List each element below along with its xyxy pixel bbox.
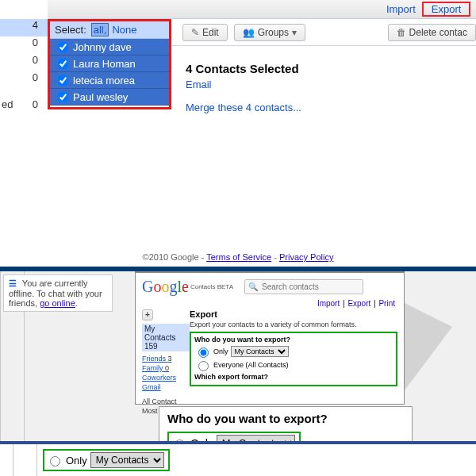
select-all-link[interactable]: all, (91, 23, 109, 36)
search-input[interactable] (260, 282, 359, 292)
select-none-link[interactable]: None (112, 24, 136, 36)
contact-name: Paul wesley (73, 91, 128, 103)
gc-import-link[interactable]: Import (317, 299, 340, 308)
contact-name: Johnny dave (73, 41, 132, 53)
only-select[interactable]: My Contacts (231, 346, 289, 357)
footer: ©2010 Google - Terms of Service - Privac… (0, 252, 476, 267)
left-counts: 4 0 0 0 ed 0 (0, 19, 48, 116)
left-label: ed (2, 98, 13, 116)
footer-sep: - (274, 252, 279, 262)
count-row: 4 (0, 19, 48, 36)
contact-checkbox[interactable] (58, 42, 68, 52)
bottom-only-radio[interactable] (50, 456, 60, 466)
contact-list: Johnny dave Laura Homan letecia morea Pa… (50, 39, 169, 106)
edit-label: Edit (202, 27, 219, 38)
export-link-highlight: Export (422, 2, 471, 17)
contact-row[interactable]: letecia morea (50, 72, 169, 89)
bottom-strip: Only My Contacts (0, 441, 476, 476)
privacy-link[interactable]: Privacy Policy (279, 252, 333, 262)
contact-name: letecia morea (73, 75, 135, 86)
gc-export-link[interactable]: Export (347, 299, 370, 308)
export-question: Who do you want to export? (194, 336, 393, 344)
new-contact-button[interactable]: + (142, 309, 153, 321)
format-question: Which export format? (194, 373, 393, 381)
export-desc: Export your contacts to a variety of com… (190, 321, 397, 328)
search-icon: 🔍 (248, 282, 258, 291)
sidebar-item[interactable]: All Contact (142, 397, 190, 405)
email-link[interactable]: Email (186, 79, 473, 90)
import-link[interactable]: Import (386, 3, 416, 15)
select-label: Select: (55, 24, 86, 36)
export-options-highlight: Who do you want to export? Only My Conta… (190, 332, 397, 386)
people-icon: 👥 (243, 27, 255, 38)
gc-print-link[interactable]: Print (378, 299, 395, 308)
sidebar-item[interactable]: Coworkers (142, 374, 190, 382)
select-bar: Select: all, None (50, 21, 169, 39)
sidebar-item[interactable]: Family 0 (142, 364, 190, 372)
sidebar-item[interactable]: Gmail (142, 383, 190, 391)
gc-link-row: Import | Export | Print (136, 299, 404, 309)
groups-label: Groups (258, 27, 289, 38)
go-online-link[interactable]: go online (40, 298, 75, 308)
contact-row[interactable]: Paul wesley (50, 89, 169, 106)
contact-row[interactable]: Laura Homan (50, 56, 169, 72)
footer-copyright: ©2010 Google - (143, 252, 207, 262)
contacts-highlight: Select: all, None Johnny dave Laura Homa… (48, 19, 171, 109)
google-logo: Google (142, 278, 189, 296)
selection-title: 4 Contacts Selected (186, 62, 473, 75)
merge-link[interactable]: Merge these 4 contacts... (186, 102, 473, 113)
count-row: 0 (33, 98, 38, 116)
delete-button[interactable]: 🗑 Delete contac (388, 24, 476, 41)
contact-toolbar: ✎ Edit 👥 Groups ▾ 🗑 Delete contac (171, 19, 476, 46)
bottom-only-select[interactable]: My Contacts (90, 452, 164, 468)
count-row: 0 (0, 36, 48, 54)
everyone-option[interactable]: Everyone (All Contacts) (194, 359, 393, 371)
tos-link[interactable]: Terms of Service (206, 252, 271, 262)
bottom-only-highlight: Only My Contacts (43, 449, 170, 471)
count-row: 0 (0, 54, 48, 71)
everyone-radio[interactable] (198, 361, 209, 371)
export-zoom-question: Who do you want to export? (167, 412, 404, 425)
offline-notice: ☰ You are currently offline. To chat wit… (3, 274, 113, 312)
gc-sidebar: + My Contacts 159 Friends 3 Family 0 Cow… (136, 309, 190, 416)
delete-label: Delete contac (409, 27, 467, 38)
groups-button[interactable]: 👥 Groups ▾ (234, 24, 305, 41)
contact-checkbox[interactable] (58, 92, 68, 102)
only-radio[interactable] (198, 347, 209, 358)
contact-name: Laura Homan (73, 58, 136, 70)
contact-checkbox[interactable] (58, 75, 68, 86)
zoom-triangle (405, 303, 452, 390)
chevron-down-icon: ▾ (292, 27, 297, 38)
contact-row[interactable]: Johnny dave (50, 39, 169, 56)
contact-checkbox[interactable] (58, 59, 68, 69)
sidebar-item[interactable]: Friends 3 (142, 355, 190, 363)
export-link[interactable]: Export (432, 3, 462, 15)
pencil-icon: ✎ (191, 27, 199, 38)
selection-pane: 4 Contacts Selected Email Merge these 4 … (182, 56, 476, 120)
sidebar-mycontacts[interactable]: My Contacts 159 (142, 324, 190, 351)
top-toolbar: Import Export P (48, 0, 476, 19)
logo-subtitle: Contacts BETA (190, 283, 233, 290)
export-title: Export (190, 309, 397, 319)
bottom-only-label: Only (66, 455, 87, 466)
chat-icon: ☰ (9, 278, 17, 288)
gc-main: Export Export your contacts to a variety… (190, 309, 404, 416)
trash-icon: 🗑 (397, 27, 406, 38)
search-box[interactable]: 🔍 (244, 279, 363, 294)
edit-button[interactable]: ✎ Edit (182, 24, 228, 41)
count-row (0, 89, 48, 98)
google-contacts-window: Google Contacts BETA 🔍 Import | Export |… (135, 271, 405, 405)
count-row: 0 (0, 71, 48, 89)
only-option[interactable]: Only My Contacts (194, 345, 393, 358)
